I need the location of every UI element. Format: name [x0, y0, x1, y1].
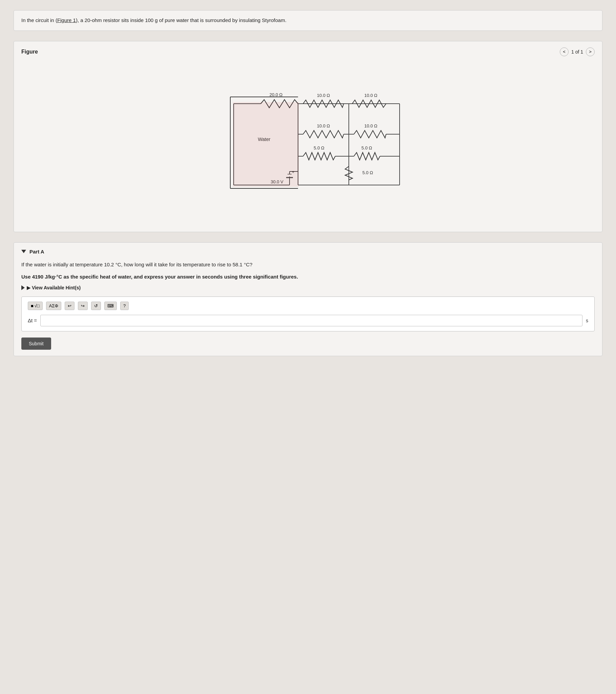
delta-t-label: Δt = — [28, 317, 37, 323]
problem-text-box: In the circuit in (Figure 1), a 20-ohm r… — [14, 10, 602, 31]
toolbar-format-button[interactable]: ■ √□ — [28, 302, 43, 310]
svg-text:5.0 Ω: 5.0 Ω — [314, 145, 324, 150]
hint-label: ▶ View Available Hint(s) — [27, 285, 80, 290]
submit-button[interactable]: Submit — [21, 337, 51, 350]
input-row: Δt = s — [28, 315, 588, 326]
hint-toggle[interactable]: ▶ View Available Hint(s) — [21, 285, 595, 290]
svg-text:5.0 Ω: 5.0 Ω — [362, 170, 373, 175]
svg-text:10.0 Ω: 10.0 Ω — [364, 123, 377, 128]
next-figure-button[interactable]: > — [586, 48, 595, 56]
svg-text:5.0 Ω: 5.0 Ω — [361, 145, 372, 150]
figure-nav: < 1 of 1 > — [560, 48, 595, 56]
toolbar-greek-button[interactable]: ΑΣΦ — [46, 302, 61, 310]
svg-text:20.0 Ω: 20.0 Ω — [269, 92, 282, 97]
question-text: If the water is initially at temperature… — [21, 260, 595, 269]
svg-text:10.0 Ω: 10.0 Ω — [364, 93, 377, 98]
figure-title: Figure — [21, 49, 38, 55]
toolbar-undo-button[interactable]: ↩ — [65, 302, 75, 310]
help-icon: ? — [123, 303, 126, 308]
instruction-text: Use 4190 J/kg·°C as the specific heat of… — [21, 273, 595, 281]
part-a-header: Part A — [21, 249, 595, 255]
sqrt-icon: √□ — [35, 303, 40, 308]
collapse-icon[interactable] — [21, 250, 26, 253]
undo-icon: ↩ — [68, 303, 72, 308]
toolbar-redo-button[interactable]: ↪ — [78, 302, 88, 310]
format-icon: ■ — [31, 303, 34, 308]
figure-header: Figure < 1 of 1 > — [21, 48, 595, 56]
answer-input[interactable] — [40, 315, 582, 326]
part-a-title: Part A — [30, 249, 44, 255]
greek-icon: ΑΣΦ — [49, 303, 58, 308]
svg-rect-38 — [233, 102, 299, 187]
figure-link[interactable]: Figure 1 — [57, 17, 76, 23]
question-main: If the water is initially at temperature… — [21, 261, 252, 267]
figure-pagination: 1 of 1 — [571, 49, 583, 55]
circuit-diagram: 20.0 Ω Water + 30.0 V — [21, 63, 595, 226]
toolbar-help-button[interactable]: ? — [120, 302, 129, 310]
svg-text:10.0 Ω: 10.0 Ω — [317, 93, 330, 98]
toolbar-refresh-button[interactable]: ↺ — [91, 302, 101, 310]
keyboard-icon: ⌨ — [107, 303, 114, 308]
unit-label: s — [586, 318, 588, 323]
problem-text: In the circuit in (Figure 1), a 20-ohm r… — [21, 17, 286, 23]
redo-icon: ↪ — [81, 303, 85, 308]
part-a-section: Part A If the water is initially at temp… — [14, 242, 602, 356]
svg-text:10.0 Ω: 10.0 Ω — [317, 123, 330, 128]
page-wrapper: In the circuit in (Figure 1), a 20-ohm r… — [0, 0, 616, 694]
figure-section: Figure < 1 of 1 > — [14, 41, 602, 232]
answer-box: ■ √□ ΑΣΦ ↩ ↪ ↺ ⌨ ? — [21, 296, 595, 331]
refresh-icon: ↺ — [94, 303, 98, 308]
toolbar: ■ √□ ΑΣΦ ↩ ↪ ↺ ⌨ ? — [28, 302, 588, 310]
hint-expand-icon — [21, 285, 25, 290]
instruction-main: Use 4190 J/kg·°C as the specific heat of… — [21, 274, 298, 279]
circuit-svg: 20.0 Ω Water + 30.0 V — [190, 70, 427, 212]
prev-figure-button[interactable]: < — [560, 48, 568, 56]
toolbar-keyboard-button[interactable]: ⌨ — [104, 302, 117, 310]
